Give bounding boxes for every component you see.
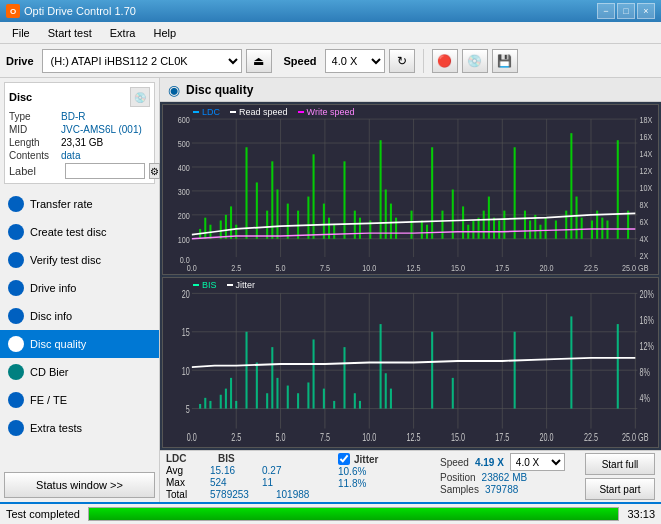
svg-rect-46 xyxy=(431,147,433,239)
menu-extra[interactable]: Extra xyxy=(102,25,144,41)
max-jitter-value: 11.8% xyxy=(338,478,366,489)
svg-rect-24 xyxy=(256,182,258,238)
eject-button[interactable]: ⏏ xyxy=(246,49,272,73)
disc-contents-value: data xyxy=(61,150,80,161)
svg-text:300: 300 xyxy=(178,186,190,197)
svg-rect-133 xyxy=(333,401,335,409)
drive-label: Drive xyxy=(6,55,34,67)
jitter-legend-dot xyxy=(227,284,233,286)
maximize-button[interactable]: □ xyxy=(617,3,635,19)
quality-header: ◉ Disc quality xyxy=(160,78,661,102)
sidebar-item-disc-quality[interactable]: Disc quality xyxy=(0,330,159,358)
svg-rect-125 xyxy=(266,393,268,408)
svg-rect-37 xyxy=(359,218,361,239)
svg-text:10X: 10X xyxy=(639,182,652,193)
speed-select[interactable]: 4.0 X xyxy=(325,49,385,73)
svg-rect-141 xyxy=(452,378,454,409)
tool-btn-1[interactable]: 🔴 xyxy=(432,49,458,73)
tool-btn-save[interactable]: 💾 xyxy=(492,49,518,73)
menu-start-test[interactable]: Start test xyxy=(40,25,100,41)
progress-bar-fill xyxy=(89,508,618,520)
start-full-button[interactable]: Start full xyxy=(585,453,655,475)
svg-rect-138 xyxy=(385,373,387,408)
start-part-button[interactable]: Start part xyxy=(585,478,655,500)
position-label: Position xyxy=(440,472,476,483)
svg-rect-40 xyxy=(385,190,387,239)
svg-text:20: 20 xyxy=(182,289,190,301)
svg-text:15.0: 15.0 xyxy=(451,431,465,443)
svg-rect-56 xyxy=(498,220,500,238)
svg-rect-116 xyxy=(199,404,201,409)
svg-rect-44 xyxy=(421,220,423,238)
svg-rect-47 xyxy=(441,211,443,239)
sidebar-item-disc-info[interactable]: Disc info xyxy=(0,302,159,330)
write-speed-legend-dot xyxy=(298,111,304,113)
status-text: Test completed xyxy=(6,508,80,520)
bis-chart: BIS Jitter xyxy=(162,277,659,448)
svg-text:16X: 16X xyxy=(639,131,652,142)
menu-file[interactable]: File xyxy=(4,25,38,41)
main-content: Disc 💿 Type BD-R MID JVC-AMS6L (001) Len… xyxy=(0,78,661,502)
svg-text:12X: 12X xyxy=(639,165,652,176)
disc-label-input[interactable] xyxy=(65,163,145,179)
svg-rect-34 xyxy=(333,225,335,239)
svg-text:10.0: 10.0 xyxy=(362,262,376,273)
svg-text:25.0 GB: 25.0 GB xyxy=(622,262,649,273)
svg-text:14X: 14X xyxy=(639,148,652,159)
svg-rect-120 xyxy=(225,389,227,409)
ldc-legend-item: LDC xyxy=(193,107,220,117)
sidebar-item-drive-info[interactable]: Drive info xyxy=(0,274,159,302)
svg-text:100: 100 xyxy=(178,234,190,245)
close-button[interactable]: × xyxy=(637,3,655,19)
disc-label-btn[interactable]: ⚙ xyxy=(149,163,160,179)
menu-help[interactable]: Help xyxy=(145,25,184,41)
speed-value: 4.19 X xyxy=(475,457,504,468)
ldc-legend-label: LDC xyxy=(202,107,220,117)
bis-col-header: BIS xyxy=(218,453,254,464)
app-icon: O xyxy=(6,4,20,18)
jitter-legend-label: Jitter xyxy=(236,280,256,290)
svg-rect-142 xyxy=(514,332,516,409)
sidebar-item-verify-test-disc[interactable]: Verify test disc xyxy=(0,246,159,274)
jitter-checkbox[interactable] xyxy=(338,453,350,465)
max-ldc-value: 524 xyxy=(210,477,246,488)
bis-legend-item: BIS xyxy=(193,280,217,290)
nav-section: Transfer rate Create test disc Verify te… xyxy=(0,190,159,442)
minimize-button[interactable]: − xyxy=(597,3,615,19)
svg-rect-69 xyxy=(591,220,593,238)
sidebar-item-cd-bier[interactable]: CD Bier xyxy=(0,358,159,386)
ldc-chart: LDC Read speed Write speed xyxy=(162,104,659,275)
speed-select-inline[interactable]: 4.0 X xyxy=(510,453,565,471)
main-panel: ◉ Disc quality LDC Read speed xyxy=(160,78,661,502)
svg-text:20.0: 20.0 xyxy=(540,262,554,273)
refresh-button[interactable]: ↻ xyxy=(389,49,415,73)
status-window-button[interactable]: Status window >> xyxy=(4,472,155,498)
sidebar-item-fe-te[interactable]: FE / TE xyxy=(0,386,159,414)
svg-rect-127 xyxy=(276,378,278,409)
sidebar-item-extra-tests[interactable]: Extra tests xyxy=(0,414,159,442)
svg-text:6X: 6X xyxy=(639,216,648,227)
sidebar-item-create-test-disc[interactable]: Create test disc xyxy=(0,218,159,246)
svg-rect-73 xyxy=(617,140,619,239)
disc-length-label: Length xyxy=(9,137,61,148)
svg-rect-25 xyxy=(266,211,268,239)
svg-rect-136 xyxy=(359,401,361,409)
svg-rect-117 xyxy=(204,398,206,409)
tool-btn-2[interactable]: 💿 xyxy=(462,49,488,73)
svg-text:2.5: 2.5 xyxy=(231,431,241,443)
svg-text:12.5: 12.5 xyxy=(407,431,421,443)
disc-length-value: 23,31 GB xyxy=(61,137,103,148)
drive-info-icon xyxy=(8,280,24,296)
svg-text:12.5: 12.5 xyxy=(407,262,421,273)
svg-rect-118 xyxy=(209,401,211,409)
sidebar-item-transfer-rate[interactable]: Transfer rate xyxy=(0,190,159,218)
svg-rect-62 xyxy=(539,225,541,239)
svg-rect-49 xyxy=(462,206,464,238)
speed-label: Speed xyxy=(440,457,469,468)
svg-rect-19 xyxy=(220,220,222,238)
svg-rect-27 xyxy=(276,190,278,239)
drive-select[interactable]: (H:) ATAPI iHBS112 2 CL0K xyxy=(42,49,242,73)
svg-rect-65 xyxy=(565,211,567,239)
bis-legend-label: BIS xyxy=(202,280,217,290)
svg-text:25.0 GB: 25.0 GB xyxy=(622,431,648,443)
